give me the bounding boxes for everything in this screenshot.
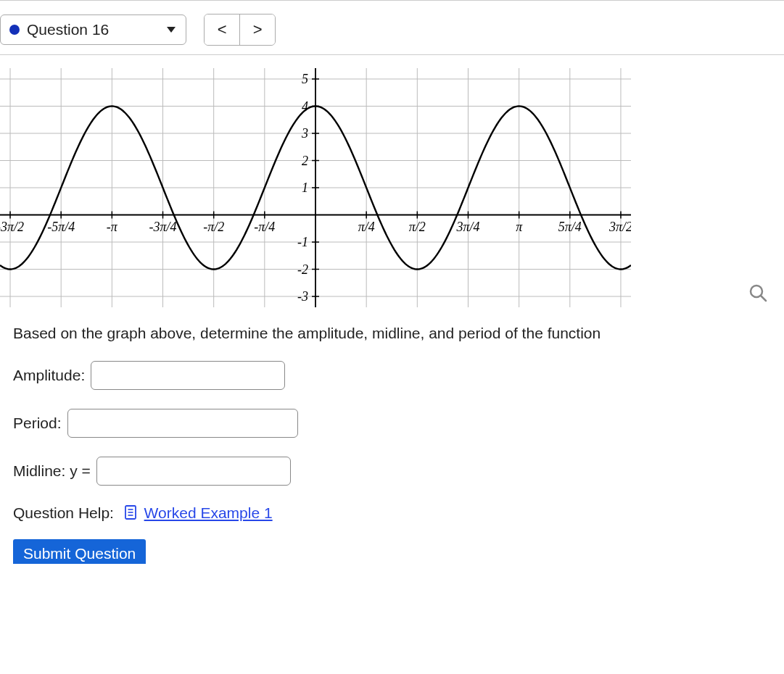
function-graph: -3π/2-5π/4-π-3π/4-π/2-π/4π/4π/23π/4π5π/4…	[0, 68, 631, 307]
svg-text:3π/4: 3π/4	[455, 220, 479, 234]
svg-text:π/2: π/2	[409, 220, 426, 234]
svg-text:-3: -3	[297, 289, 308, 304]
period-label: Period:	[13, 415, 62, 432]
midline-input[interactable]	[96, 457, 291, 486]
svg-text:3: 3	[301, 126, 308, 141]
svg-text:5π/4: 5π/4	[558, 220, 582, 234]
svg-text:3π/2: 3π/2	[608, 220, 631, 234]
amplitude-input[interactable]	[91, 361, 285, 390]
svg-text:-5π/4: -5π/4	[47, 220, 75, 234]
svg-text:-π: -π	[107, 220, 118, 234]
magnify-icon[interactable]	[748, 283, 769, 304]
svg-line-65	[761, 296, 766, 301]
chevron-down-icon	[167, 27, 176, 33]
svg-text:-2: -2	[297, 262, 308, 277]
midline-label: Midline: y =	[13, 462, 91, 480]
question-prompt: Based on the graph above, determine the …	[13, 325, 771, 342]
question-selector[interactable]: Question 16	[0, 14, 186, 45]
svg-text:5: 5	[302, 72, 308, 86]
svg-text:-3π/2: -3π/2	[0, 220, 24, 234]
status-dot-icon	[9, 25, 20, 35]
submit-button[interactable]: Submit Question	[13, 539, 146, 564]
svg-text:π: π	[516, 220, 523, 234]
svg-text:-π/4: -π/4	[254, 220, 275, 234]
svg-text:-π/2: -π/2	[203, 220, 224, 234]
help-label: Question Help:	[13, 504, 114, 521]
question-title: Question 16	[27, 21, 109, 38]
amplitude-label: Amplitude:	[13, 367, 85, 384]
document-icon	[124, 505, 137, 523]
worked-example-link[interactable]: Worked Example 1	[144, 504, 273, 521]
svg-text:-3π/4: -3π/4	[149, 220, 177, 234]
svg-text:-1: -1	[297, 235, 308, 249]
next-question-button[interactable]: >	[239, 14, 275, 45]
prev-question-button[interactable]: <	[205, 14, 239, 45]
period-input[interactable]	[67, 409, 298, 438]
svg-text:2: 2	[302, 154, 308, 168]
nav-group: < >	[204, 14, 276, 46]
svg-text:π/4: π/4	[358, 220, 375, 234]
svg-text:1: 1	[302, 180, 308, 195]
